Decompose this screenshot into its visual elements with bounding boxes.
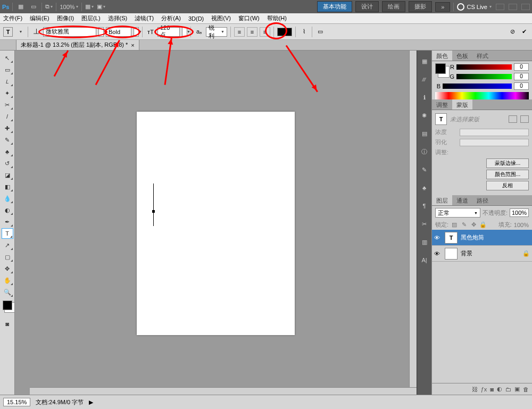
adjustment-layer-icon[interactable]: ◐ (497, 386, 502, 393)
pixel-mask-icon[interactable] (509, 115, 517, 123)
mask-thumb[interactable]: T (435, 113, 447, 125)
menu-analysis[interactable]: 分析(A) (161, 14, 181, 22)
slider-g[interactable] (456, 74, 512, 79)
dodge-tool[interactable]: ◐ (2, 205, 13, 215)
layer-mask-icon[interactable]: ◙ (490, 386, 494, 393)
warp-text-icon[interactable]: ⌇ (299, 27, 309, 37)
document-tab[interactable]: 未标题-1 @ 13.2% (图层 1副本, RGB/8) * × (16, 39, 139, 51)
font-style-select[interactable]: Bold (106, 27, 131, 37)
lock-all-icon[interactable]: 🔒 (479, 221, 487, 229)
antialias-select[interactable]: 锐利 (206, 27, 227, 37)
text-orientation-toggle[interactable]: 丄 (31, 27, 41, 37)
layer-visibility-icon[interactable]: 👁 (434, 251, 442, 257)
tool-preset-dropdown[interactable] (15, 27, 24, 37)
eyedropper-tool[interactable]: / (2, 111, 13, 122)
font-style-dropdown[interactable] (134, 27, 139, 37)
text-align-left[interactable]: ≡ (234, 27, 245, 37)
menu-file[interactable]: 文件(F) (3, 14, 22, 22)
cancel-edits-icon[interactable]: ⊘ (508, 27, 517, 37)
trash-icon[interactable]: 🗑 (523, 386, 529, 393)
layer-thumb[interactable]: T (445, 232, 458, 244)
window-maximize[interactable] (509, 4, 517, 10)
canvas-area[interactable] (15, 51, 417, 395)
paragraph-icon[interactable]: ¶ (419, 201, 430, 211)
layer-row[interactable]: 👁 T 黑色炮筒 (432, 230, 532, 246)
menu-select[interactable]: 选择(S) (108, 14, 128, 22)
toolpresets-icon[interactable]: ✂ (419, 219, 430, 229)
eraser-tool[interactable]: ◪ (2, 170, 13, 180)
font-size-select[interactable]: 120 点 (157, 27, 180, 37)
mask-density-slider[interactable] (460, 129, 529, 136)
wand-tool[interactable]: ✦ (2, 88, 13, 98)
canvas-scroll-vertical[interactable] (409, 51, 417, 387)
layer-visibility-icon[interactable]: 👁 (434, 235, 442, 241)
type-icon[interactable]: ⓘ (419, 146, 430, 157)
screen-mode-dropdown[interactable]: ⧉ (45, 3, 53, 10)
lasso-tool[interactable]: 𝘓 (2, 76, 13, 87)
lock-position-icon[interactable]: ✥ (470, 221, 477, 229)
color-fgbg-swatch[interactable] (435, 63, 446, 74)
lock-pixels-icon[interactable]: ✎ (460, 221, 468, 229)
layer-row[interactable]: 👁 背景 🔒 (432, 246, 532, 262)
menu-edit[interactable]: 编辑(E) (30, 14, 49, 22)
tab-mask[interactable]: 蒙版 (452, 99, 472, 110)
menu-filter[interactable]: 滤镜(T) (135, 14, 154, 22)
mask-invert-button[interactable]: 反相 (486, 181, 529, 190)
measure-icon[interactable]: ▥ (419, 237, 430, 247)
workspace-painting[interactable]: 绘画 (382, 1, 405, 12)
text-tool-preset[interactable]: T (3, 27, 13, 37)
tab-adjust[interactable]: 调整 (432, 99, 452, 110)
brush-preset-icon[interactable]: ✎ (419, 164, 430, 175)
marquee-tool[interactable]: ▭ (2, 64, 13, 75)
menu-help[interactable]: 帮助(H) (267, 14, 287, 22)
commit-edits-icon[interactable]: ✔ (519, 27, 529, 37)
zoom-tool[interactable]: 🔍 (2, 287, 13, 297)
canvas-scroll-horizontal[interactable] (30, 387, 417, 395)
font-family-select[interactable]: 微软雅黑 (43, 27, 96, 37)
lock-transparent-icon[interactable]: ▨ (451, 221, 458, 229)
tab-swatches[interactable]: 色板 (452, 51, 472, 61)
extras-dropdown[interactable]: ▣ (97, 3, 105, 10)
blur-tool[interactable]: 💧 (2, 193, 13, 204)
nav-icon[interactable]: ▦ (419, 56, 430, 66)
text-align-center[interactable]: ≡ (247, 27, 257, 37)
tab-paths[interactable]: 路径 (472, 195, 493, 205)
move-tool[interactable]: ↖ (2, 53, 13, 63)
gradient-tool[interactable]: ◧ (2, 181, 13, 192)
menu-image[interactable]: 图像(I) (57, 14, 74, 22)
info-icon[interactable]: ℹ (419, 92, 430, 103)
tab-channels[interactable]: 通道 (452, 195, 472, 205)
text-tool[interactable]: T (2, 228, 13, 239)
histogram-icon[interactable]: ⫻ (419, 74, 430, 85)
blend-mode-select[interactable]: 正常 (435, 208, 480, 218)
heal-tool[interactable]: ✚ (2, 123, 13, 133)
character-panel-icon[interactable]: ▭ (315, 27, 325, 37)
link-layers-icon[interactable]: ⛓ (472, 386, 478, 393)
menu-view[interactable]: 视图(V) (211, 14, 231, 22)
status-dropdown-icon[interactable]: ▶ (89, 399, 93, 406)
minibridge-icon[interactable]: ▭ (29, 2, 38, 12)
adjust-icon[interactable]: ✺ (419, 110, 430, 121)
workspace-design[interactable]: 设计 (355, 1, 379, 12)
3d-tool[interactable]: ✥ (2, 263, 13, 274)
stamp-tool[interactable]: ♣ (2, 146, 13, 157)
quickmask-toggle[interactable]: ◙ (2, 319, 13, 329)
crop-tool[interactable]: ✂ (2, 99, 13, 110)
layer-name[interactable]: 黑色炮筒 (461, 233, 484, 241)
tab-color[interactable]: 颜色 (432, 51, 452, 61)
menu-layer[interactable]: 图层(L) (81, 14, 100, 22)
hand-tool[interactable]: ✋ (2, 275, 13, 286)
font-family-dropdown[interactable] (98, 27, 104, 37)
fill-value[interactable]: 100% (514, 222, 529, 228)
color-swatch[interactable] (3, 301, 12, 310)
window-close[interactable] (521, 4, 530, 10)
brush-tool[interactable]: ✎ (2, 135, 13, 145)
swatches-icon[interactable]: ▤ (419, 128, 430, 139)
fx-icon[interactable]: ƒx (481, 386, 487, 393)
new-layer-icon[interactable]: ▣ (514, 386, 520, 393)
opacity-value[interactable]: 100% (510, 208, 529, 217)
tab-layers[interactable]: 图层 (432, 195, 452, 205)
character-icon[interactable]: A| (419, 255, 430, 265)
document-canvas[interactable] (137, 112, 295, 335)
workspace-essentials[interactable]: 基本功能 (317, 1, 352, 12)
